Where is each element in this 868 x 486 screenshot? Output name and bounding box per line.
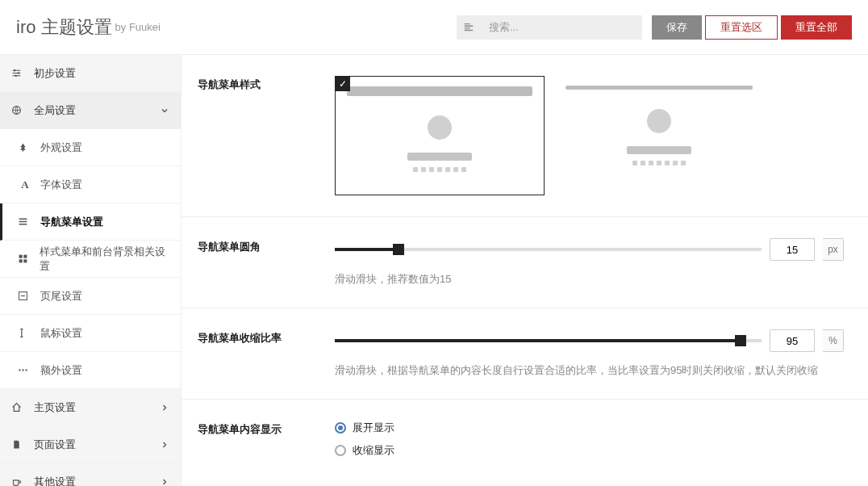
sidebar-item-nav-menu[interactable]: 导航菜单设置 bbox=[0, 203, 181, 241]
chevron-right-icon bbox=[160, 403, 169, 413]
radius-slider[interactable] bbox=[335, 248, 762, 251]
svg-point-2 bbox=[15, 75, 16, 77]
radio-expand[interactable]: 展开显示 bbox=[335, 421, 844, 435]
nav-style-option-1[interactable]: ✓ bbox=[335, 76, 545, 195]
svg-point-0 bbox=[14, 69, 15, 71]
field-description: 滑动滑块，推荐数值为15 bbox=[335, 272, 844, 287]
sidebar-item-footer[interactable]: 页尾设置 bbox=[0, 278, 181, 315]
svg-rect-5 bbox=[23, 255, 27, 258]
slider-thumb[interactable] bbox=[393, 244, 404, 255]
app-title: iro 主题设置 bbox=[16, 15, 112, 40]
sidebar-item-label: 主页设置 bbox=[34, 400, 76, 415]
sidebar-item-label: 页尾设置 bbox=[40, 289, 82, 304]
field-nav-style: 导航菜单样式 ✓ bbox=[182, 55, 868, 217]
minus-box-icon bbox=[18, 291, 32, 301]
sidebar-item-preliminary[interactable]: 初步设置 bbox=[0, 55, 181, 92]
sidebar-item-font[interactable]: A 字体设置 bbox=[0, 166, 181, 203]
sidebar-item-label: 字体设置 bbox=[40, 178, 82, 192]
header-bar: iro 主题设置 by Fuukei 保存 重置选区 重置全部 bbox=[0, 0, 868, 55]
field-description: 滑动滑块，根据导航菜单的内容长度自行设置合适的比率，当比率设置为95时则关闭收缩… bbox=[335, 363, 844, 378]
sidebar-item-label: 导航菜单设置 bbox=[40, 215, 103, 229]
nav-style-option-2[interactable] bbox=[554, 76, 764, 195]
sidebar-item-page[interactable]: 页面设置 bbox=[0, 426, 181, 463]
sidebar-item-label: 鼠标设置 bbox=[40, 326, 82, 341]
field-nav-shrink: 导航菜单收缩比率 % 滑动滑块，根据导航菜单的内容长度自行设置合适的比率，当比率… bbox=[182, 308, 868, 400]
sidebar-item-label: 外观设置 bbox=[40, 140, 82, 155]
field-label: 导航菜单收缩比率 bbox=[198, 329, 335, 378]
svg-rect-4 bbox=[19, 255, 23, 258]
radio-icon bbox=[335, 422, 346, 434]
content-panel: 导航菜单样式 ✓ bbox=[182, 55, 868, 486]
shrink-input[interactable] bbox=[770, 329, 815, 352]
chevron-down-icon bbox=[160, 106, 169, 115]
slider-thumb[interactable] bbox=[735, 335, 746, 346]
unit-label: px bbox=[823, 238, 844, 261]
svg-rect-6 bbox=[19, 259, 23, 262]
svg-rect-7 bbox=[23, 259, 27, 262]
field-label: 导航菜单圆角 bbox=[198, 238, 335, 287]
sidebar-item-cursor[interactable]: 鼠标设置 bbox=[0, 315, 181, 352]
check-icon: ✓ bbox=[336, 77, 350, 91]
sidebar-item-homepage[interactable]: 主页设置 bbox=[0, 389, 181, 426]
radio-label: 收缩显示 bbox=[353, 443, 394, 458]
unit-label: % bbox=[823, 329, 844, 352]
search-input[interactable] bbox=[481, 15, 642, 40]
grid-icon bbox=[18, 253, 31, 264]
sidebar-item-other[interactable]: 其他设置 bbox=[0, 463, 181, 486]
radio-label: 展开显示 bbox=[353, 421, 394, 435]
sidebar: 初步设置 全局设置 外观设置 A 字体设置 导航菜单设置 样式菜单和前台背景相关… bbox=[0, 55, 182, 486]
radius-input[interactable] bbox=[770, 238, 815, 261]
sidebar-item-appearance[interactable]: 外观设置 bbox=[0, 129, 181, 166]
font-icon: A bbox=[18, 178, 32, 191]
ellipsis-icon bbox=[18, 365, 32, 375]
sidebar-item-label: 样式菜单和前台背景相关设置 bbox=[40, 245, 169, 274]
coffee-icon bbox=[11, 476, 26, 486]
cursor-icon bbox=[18, 328, 32, 338]
sidebar-item-label: 初步设置 bbox=[34, 66, 76, 81]
svg-point-1 bbox=[18, 72, 19, 73]
tree-icon bbox=[18, 142, 32, 153]
sidebar-item-label: 全局设置 bbox=[34, 103, 76, 118]
home-icon bbox=[11, 402, 26, 413]
chevron-right-icon bbox=[160, 440, 169, 450]
sidebar-item-global[interactable]: 全局设置 bbox=[0, 92, 181, 129]
chevron-right-icon bbox=[160, 477, 169, 487]
field-label: 导航菜单内容显示 bbox=[198, 421, 335, 458]
sidebar-item-style-bg[interactable]: 样式菜单和前台背景相关设置 bbox=[0, 241, 181, 278]
expand-all-button[interactable] bbox=[457, 15, 481, 40]
sidebar-item-label: 额外设置 bbox=[40, 363, 82, 378]
radio-shrink[interactable]: 收缩显示 bbox=[335, 443, 844, 458]
globe-icon bbox=[11, 105, 26, 115]
reset-section-button[interactable]: 重置选区 bbox=[705, 15, 778, 40]
menu-icon bbox=[18, 216, 32, 227]
reset-all-button[interactable]: 重置全部 bbox=[781, 15, 852, 40]
sidebar-item-label: 其他设置 bbox=[34, 475, 76, 487]
radio-icon bbox=[335, 445, 346, 456]
svg-point-9 bbox=[19, 369, 20, 371]
app-subtitle: by Fuukei bbox=[115, 21, 161, 33]
save-button[interactable]: 保存 bbox=[652, 15, 702, 40]
field-nav-display: 导航菜单内容显示 展开显示 收缩显示 bbox=[182, 400, 868, 479]
svg-point-10 bbox=[22, 369, 23, 371]
file-icon bbox=[11, 439, 26, 450]
sidebar-item-extra[interactable]: 额外设置 bbox=[0, 352, 181, 389]
field-label: 导航菜单样式 bbox=[198, 76, 335, 195]
shrink-slider[interactable] bbox=[335, 339, 762, 342]
svg-point-11 bbox=[25, 369, 27, 371]
sidebar-item-label: 页面设置 bbox=[34, 438, 76, 452]
field-nav-radius: 导航菜单圆角 px 滑动滑块，推荐数值为15 bbox=[182, 217, 868, 308]
sliders-icon bbox=[11, 68, 26, 78]
